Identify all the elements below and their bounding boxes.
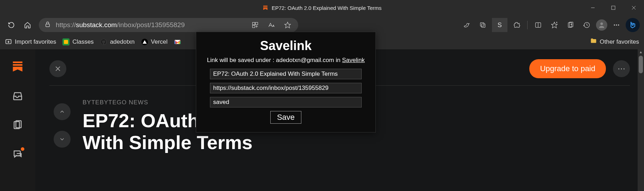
app-install-icon[interactable] <box>250 20 260 30</box>
savelink-extension-button[interactable]: S <box>492 18 507 32</box>
bookmark-gmail[interactable] <box>174 38 181 45</box>
extension-letter: S <box>498 21 502 29</box>
svg-point-26 <box>614 24 615 25</box>
svg-point-25 <box>600 23 603 25</box>
minimize-button[interactable] <box>583 0 603 16</box>
inbox-icon[interactable] <box>12 91 23 103</box>
profile-avatar[interactable] <box>596 19 607 31</box>
save-button[interactable]: Save <box>270 111 301 124</box>
svg-point-27 <box>616 24 617 25</box>
window-controls <box>583 0 644 16</box>
classes-favicon <box>62 38 70 45</box>
copy-extension-icon[interactable] <box>476 18 490 32</box>
folder-icon <box>590 37 597 46</box>
collections-icon[interactable] <box>564 18 578 32</box>
svg-marker-12 <box>285 22 291 28</box>
gmail-favicon <box>174 38 181 45</box>
lock-icon <box>44 21 51 29</box>
bookmark-label: Vercel <box>151 38 168 45</box>
tag-input[interactable] <box>210 97 362 107</box>
svg-rect-31 <box>64 40 68 44</box>
scroll-up-arrow[interactable]: ▲ <box>639 50 643 54</box>
svg-rect-36 <box>13 62 23 63</box>
favorites-icon[interactable] <box>547 18 561 32</box>
github-favicon <box>100 38 107 45</box>
substack-favicon <box>263 5 268 11</box>
vote-down-button[interactable] <box>54 131 71 148</box>
bookmark-classes[interactable]: Classes <box>62 38 94 45</box>
other-favorites-label: Other favorites <box>600 38 639 45</box>
scrollbar[interactable]: ▲ <box>638 49 644 191</box>
titlebar: EP72: OAuth 2.0 Explained With Simple Te… <box>0 0 644 16</box>
split-screen-icon[interactable] <box>531 18 545 32</box>
svg-rect-9 <box>253 25 255 28</box>
svg-rect-7 <box>253 23 255 25</box>
extensions-icon[interactable] <box>510 18 524 32</box>
scroll-thumb[interactable] <box>639 56 643 73</box>
save-label: Save <box>277 113 295 122</box>
svg-rect-13 <box>482 24 485 27</box>
home-button[interactable] <box>20 18 35 32</box>
svg-point-28 <box>618 24 619 25</box>
vercel-favicon <box>141 38 148 45</box>
svg-rect-8 <box>255 23 258 25</box>
chat-icon[interactable] <box>12 149 23 161</box>
article-more-button[interactable]: ⋯ <box>613 60 630 77</box>
divider <box>527 21 528 29</box>
svg-rect-1 <box>263 7 267 7</box>
import-favorites-label: Import favorites <box>15 38 56 45</box>
bird-extension-icon[interactable] <box>459 18 474 32</box>
svg-rect-14 <box>480 23 484 26</box>
window-title: EP72: OAuth 2.0 Explained With Simple Te… <box>272 5 382 11</box>
close-article-button[interactable] <box>49 60 66 77</box>
import-icon <box>5 38 12 45</box>
more-menu-icon[interactable] <box>609 18 624 32</box>
url-host: substack.com <box>76 21 117 29</box>
bookmark-adedotxn[interactable]: adedotxn <box>100 38 135 45</box>
title-input[interactable] <box>210 69 362 79</box>
bookmark-label: adedotxn <box>110 38 135 45</box>
history-icon[interactable] <box>580 18 594 32</box>
popup-title: Savelink <box>206 38 366 53</box>
url-scheme: https:// <box>56 21 76 29</box>
substack-logo-icon[interactable] <box>11 60 24 74</box>
vote-up-button[interactable] <box>54 103 71 120</box>
window-title-group: EP72: OAuth 2.0 Explained With Simple Te… <box>263 5 382 11</box>
import-favorites-button[interactable]: Import favorites <box>5 38 56 45</box>
substack-sidebar <box>0 49 35 191</box>
upgrade-label: Upgrade to paid <box>540 64 595 73</box>
notes-icon[interactable] <box>12 120 23 132</box>
vote-column <box>54 99 71 153</box>
svg-rect-6 <box>46 24 50 27</box>
svg-rect-0 <box>263 6 267 6</box>
close-button[interactable] <box>624 0 644 16</box>
address-bar[interactable]: https://substack.com/inbox/post/13595582… <box>39 18 298 32</box>
url-input[interactable] <box>210 83 362 93</box>
other-favorites-button[interactable]: Other favorites <box>590 37 639 46</box>
svg-marker-17 <box>552 22 558 28</box>
svg-rect-37 <box>13 64 23 66</box>
upgrade-button[interactable]: Upgrade to paid <box>529 59 606 78</box>
savelink-brand-link[interactable]: Savelink <box>342 57 365 63</box>
refresh-button[interactable] <box>4 18 18 32</box>
bookmark-vercel[interactable]: Vercel <box>141 38 168 45</box>
savelink-popup: Savelink Link will be saved under : aded… <box>196 32 376 133</box>
url-path: /inbox/post/135955829 <box>117 21 185 29</box>
svg-rect-3 <box>612 6 615 10</box>
popup-subtitle: Link will be saved under : adedotxn@gmai… <box>206 57 366 64</box>
bing-chat-button[interactable] <box>626 18 640 32</box>
text-size-icon[interactable] <box>266 20 276 30</box>
maximize-button[interactable] <box>603 0 624 16</box>
favorite-star-icon[interactable] <box>283 20 293 30</box>
address-text: https://substack.com/inbox/post/13595582… <box>56 21 185 29</box>
bookmark-label: Classes <box>72 38 94 45</box>
